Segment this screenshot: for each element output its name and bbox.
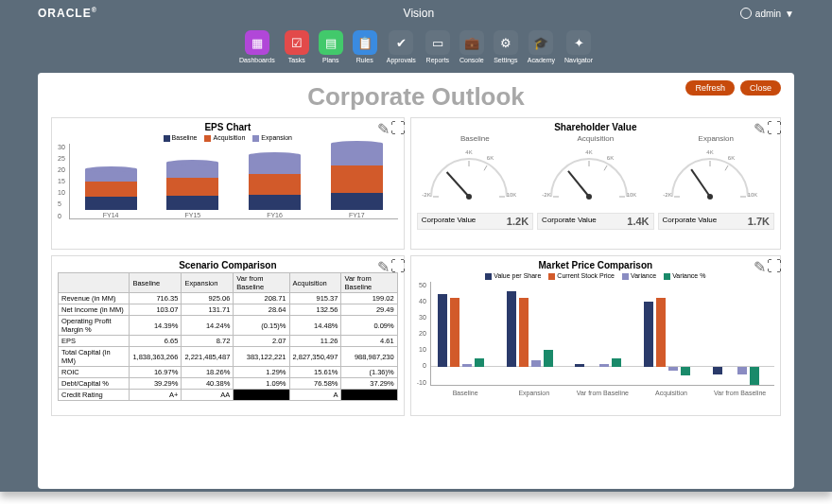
- svg-text:-2K: -2K: [422, 192, 430, 198]
- table-cell: 2,827,350,497: [289, 347, 341, 367]
- gauges-row: Baseline-2K4K6K10KCorporate Value1.2KAcq…: [417, 134, 774, 230]
- dashboard-content: Refresh Close Corporate Outlook ✎ ⛶ EPS …: [38, 73, 794, 489]
- table-cell: [341, 390, 397, 401]
- bar-segment: [249, 174, 301, 194]
- user-menu[interactable]: admin ▼: [740, 8, 794, 19]
- expand-icon[interactable]: ⛶: [767, 120, 776, 130]
- x-label: Var from Baseline: [568, 390, 637, 396]
- nav-item-console[interactable]: 💼Console: [459, 30, 484, 63]
- eps-bars-area: FY14FY15FY16FY17: [69, 144, 398, 219]
- x-label: Acquisition: [637, 390, 706, 396]
- panel-shareholder-value: ✎ ⛶ Shareholder Value Baseline-2K4K6K10K…: [410, 117, 781, 250]
- market-x-labels: BaselineExpansionVar from BaselineAcquis…: [431, 390, 774, 396]
- expand-icon[interactable]: ⛶: [390, 120, 400, 130]
- nav-item-reports[interactable]: ▭Reports: [425, 30, 450, 63]
- table-header: Var from Baseline: [341, 273, 397, 293]
- edit-icon[interactable]: ✎: [754, 258, 763, 268]
- table-cell: 199.02: [341, 293, 397, 304]
- nav-item-navigator[interactable]: ✦Navigator: [564, 30, 593, 63]
- table-cell: 915.37: [289, 293, 341, 304]
- x-label: Baseline: [431, 390, 500, 396]
- bar-group: [713, 350, 760, 367]
- svg-text:4K: 4K: [585, 149, 592, 155]
- svg-line-18: [568, 171, 589, 197]
- table-row: EPS6.658.722.0711.264.61: [59, 336, 398, 347]
- row-label: ROIC: [59, 367, 130, 378]
- academy-icon: 🎓: [529, 30, 553, 55]
- legend-item: Current Stock Price: [548, 272, 615, 280]
- market-y-axis: 50403020100-10: [417, 282, 430, 386]
- market-legend: Value per ShareCurrent Stock PriceVarian…: [417, 272, 774, 280]
- bar-segment: [331, 144, 383, 165]
- legend-item: Baseline: [164, 134, 198, 142]
- nav-label: Settings: [494, 57, 517, 63]
- table-header: Acquisition: [289, 273, 341, 293]
- page-title: Corporate Outlook: [51, 82, 781, 112]
- table-header: Baseline: [130, 273, 182, 293]
- table-row: Operating Profit Margin %14.39%14.24%(0.…: [59, 316, 398, 336]
- svg-text:10K: 10K: [627, 192, 637, 198]
- bar-segment: [475, 358, 484, 367]
- table-row: Credit RatingA+AAA: [59, 390, 398, 401]
- expand-icon[interactable]: ⛶: [767, 258, 776, 268]
- bar-segment: [750, 367, 759, 384]
- svg-line-15: [604, 165, 607, 170]
- table-header: Var from Baseline: [234, 273, 289, 293]
- table-cell: 37.29%: [341, 378, 397, 390]
- gauge-label: Corporate Value: [422, 216, 477, 227]
- svg-text:6K: 6K: [607, 155, 614, 161]
- rules-icon: 📋: [353, 30, 377, 55]
- svg-line-8: [446, 172, 468, 197]
- edit-icon[interactable]: ✎: [754, 120, 763, 130]
- table-cell: 988,987,230: [341, 347, 397, 367]
- bar-segment: [519, 298, 529, 367]
- table-header: Expansion: [182, 273, 234, 293]
- x-label: Var from Baseline: [705, 390, 774, 396]
- bar-group: [438, 294, 485, 367]
- gauge-footer: Corporate Value1.2K: [417, 213, 533, 230]
- app-shell: ORACLE® Vision admin ▼ ▦Dashboards☑Tasks…: [0, 0, 832, 492]
- gauge-value: 1.2K: [507, 216, 529, 227]
- console-icon: 💼: [459, 30, 484, 55]
- gauge-dial: -2K4K6K10K: [417, 145, 533, 213]
- nav-item-approvals[interactable]: ✔Approvals: [387, 30, 416, 63]
- edit-icon[interactable]: ✎: [377, 120, 387, 130]
- bar-segment: [681, 367, 690, 375]
- nav-item-dashboards[interactable]: ▦Dashboards: [239, 30, 275, 63]
- table-cell: 11.26: [289, 336, 341, 347]
- bar-segment: [331, 165, 383, 193]
- dashboard-grid: ✎ ⛶ EPS Chart BaselineAcquisitionExpansi…: [51, 117, 781, 416]
- bar-group: [644, 298, 691, 367]
- table-cell: 14.24%: [182, 316, 234, 336]
- nav-item-academy[interactable]: 🎓Academy: [528, 30, 555, 63]
- svg-point-19: [586, 194, 592, 200]
- nav-item-rules[interactable]: 📋Rules: [353, 30, 377, 63]
- nav-item-settings[interactable]: ⚙Settings: [494, 30, 518, 63]
- brand-logo: ORACLE®: [38, 7, 97, 20]
- refresh-button[interactable]: Refresh: [685, 80, 735, 96]
- gauge-value: 1.7K: [748, 216, 770, 227]
- table-cell: 208.71: [234, 293, 289, 304]
- nav-item-plans[interactable]: ▤Plans: [319, 30, 343, 63]
- row-label: EPS: [59, 336, 130, 347]
- edit-icon[interactable]: ✎: [377, 258, 387, 268]
- close-button[interactable]: Close: [740, 80, 781, 96]
- table-cell: 15.61%: [289, 367, 341, 378]
- bar-segment: [249, 195, 301, 210]
- table-cell: (1.36)%: [341, 367, 397, 378]
- nav-label: Console: [459, 57, 484, 63]
- svg-text:6K: 6K: [727, 155, 734, 161]
- nav-item-tasks[interactable]: ☑Tasks: [285, 30, 309, 63]
- table-cell: 1.09%: [234, 378, 289, 390]
- table-cell: 39.29%: [130, 378, 182, 390]
- legend-item: Variance: [622, 272, 656, 280]
- expand-icon[interactable]: ⛶: [390, 258, 400, 268]
- table-cell: 28.64: [234, 304, 289, 316]
- nav-label: Dashboards: [239, 57, 275, 63]
- bar-segment: [737, 367, 747, 374]
- gauge-footer: Corporate Value1.4K: [537, 213, 653, 230]
- bar-segment: [85, 197, 137, 209]
- bar-segment: [85, 182, 137, 197]
- table-cell: 1.29%: [234, 367, 289, 378]
- bar-segment: [544, 350, 553, 367]
